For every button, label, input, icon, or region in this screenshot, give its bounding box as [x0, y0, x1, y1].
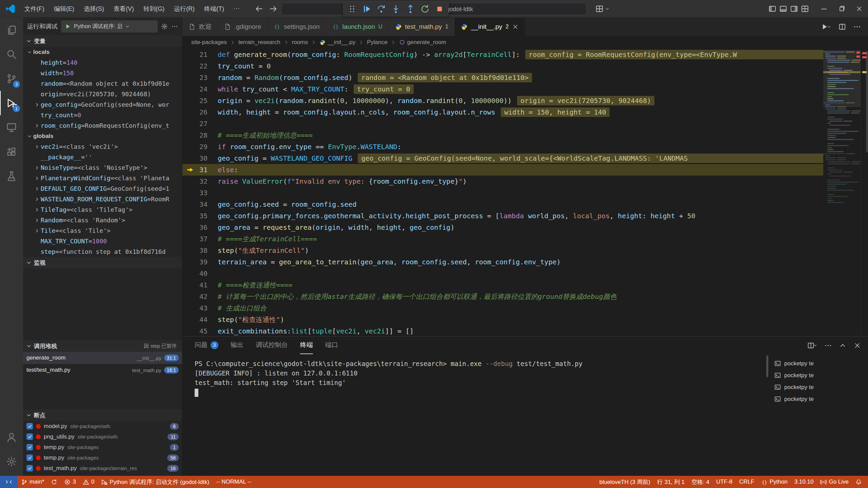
menu-item[interactable]: 文件(F): [20, 3, 48, 15]
panel-tab-终端[interactable]: 终端: [300, 337, 313, 354]
code-line-38[interactable]: 38 step("生成TerrainCell"): [182, 245, 868, 256]
terminal-instance[interactable]: pocketpy te: [770, 393, 868, 405]
code-editor[interactable]: 21def generate_room(room_config: RoomReq…: [182, 49, 868, 336]
variable-row[interactable]: step = <function step at 0x1bf8d716d: [23, 246, 182, 257]
variable-row[interactable]: PlanetaryWindConfig = <class 'Planeta: [23, 173, 182, 183]
breakpoint-checkbox[interactable]: [26, 444, 33, 450]
twistie[interactable]: [33, 102, 41, 107]
status-vim-mode[interactable]: -- NORMAL --: [213, 476, 255, 488]
tab-__init__.py[interactable]: __init__.py2: [455, 18, 525, 36]
tab-test_math.py[interactable]: test_math.py1: [389, 18, 455, 36]
status-python-version[interactable]: 3.10.10: [791, 476, 817, 488]
breakpoint-checkbox[interactable]: [26, 433, 33, 440]
gutter[interactable]: 23: [182, 72, 218, 83]
breadcrumb-item[interactable]: rooms: [292, 39, 308, 46]
gutter[interactable]: 29: [182, 141, 218, 152]
customize-layout-icon[interactable]: [801, 5, 809, 13]
breakpoint-row[interactable]: test_math.pysite-packages\terrain_res16: [23, 463, 182, 473]
gutter[interactable]: 45: [182, 325, 218, 336]
code-line-44[interactable]: 44 step("检查连通性"): [182, 314, 868, 325]
code-line-31[interactable]: 31 else:: [182, 164, 868, 176]
status-debug-session[interactable]: Python 调试程序: 启动文件 (godot-ldtk): [98, 476, 213, 488]
toggle-secondary-sidebar-icon[interactable]: [790, 5, 798, 13]
gutter[interactable]: 27: [182, 118, 218, 129]
activity-run-and-debug[interactable]: 1: [0, 91, 23, 115]
step-into-button[interactable]: [391, 4, 400, 14]
panel-tab-输出[interactable]: 输出: [231, 337, 243, 354]
activity-manage[interactable]: [0, 449, 23, 474]
gutter[interactable]: 40: [182, 268, 218, 279]
variable-row[interactable]: geo_config = GeoConfig(seed=None, wor: [23, 99, 182, 110]
variable-row[interactable]: vec2i = <class 'vec2i'>: [23, 141, 182, 152]
gutter[interactable]: 26: [182, 106, 218, 118]
breakpoints-section-header[interactable]: 断点: [23, 409, 182, 421]
code-line-45[interactable]: 45 exit_combinations:list[tuple[vec2i, v…: [182, 325, 868, 336]
status-indentation[interactable]: 空格: 4: [688, 476, 713, 488]
code-line-36[interactable]: 36 geo_area = request_area(origin, width…: [182, 222, 868, 233]
gutter[interactable]: 33: [182, 187, 218, 199]
variables-section-header[interactable]: 变量: [23, 35, 182, 47]
restore-button[interactable]: [833, 0, 850, 17]
gutter[interactable]: 24: [182, 83, 218, 95]
variable-row[interactable]: locals: [23, 47, 182, 57]
variable-row[interactable]: MAX_TRY_COUNT = 1000: [23, 236, 182, 246]
back-icon[interactable]: [255, 5, 263, 13]
code-line-24[interactable]: 24 while try_count < MAX_TRY_COUNT:try_c…: [182, 83, 868, 95]
status-sync[interactable]: [47, 476, 61, 488]
breadcrumb-item[interactable]: terrain_research: [238, 39, 280, 46]
code-line-22[interactable]: 22 try_count = 0: [182, 60, 868, 72]
code-line-39[interactable]: 39 terrain_area = geo_area_to_terrain(ge…: [182, 256, 868, 268]
gutter[interactable]: 37: [182, 233, 218, 245]
multi-window-control[interactable]: [595, 5, 610, 13]
forward-icon[interactable]: [269, 5, 277, 13]
code-line-43[interactable]: 43 # 生成出口组合: [182, 302, 868, 314]
debug-config-select[interactable]: Python 调试程序: 启: [61, 20, 158, 33]
code-line-21[interactable]: 21def generate_room(room_config: RoomReq…: [182, 49, 868, 60]
breakpoint-row[interactable]: temp.pysite-packages1: [23, 442, 182, 452]
continue-button[interactable]: [362, 4, 371, 14]
status-git-branch[interactable]: main*: [18, 476, 47, 488]
menu-item[interactable]: 终端(T): [200, 3, 228, 15]
step-over-button[interactable]: [377, 4, 386, 14]
gutter[interactable]: 39: [182, 256, 218, 268]
gutter[interactable]: 34: [182, 199, 218, 210]
twistie[interactable]: [33, 186, 41, 191]
variable-row[interactable]: try_count = 0: [23, 110, 182, 120]
terminal-instance[interactable]: pocketpy te: [770, 381, 868, 393]
status-errors[interactable]: 3: [61, 476, 79, 488]
panel-tab-调试控制台[interactable]: 调试控制台: [256, 337, 288, 354]
status-language-mode[interactable]: {}Python: [758, 476, 791, 488]
code-line-28[interactable]: 28 # ====生成初始地理信息====: [182, 129, 868, 141]
activity-accounts[interactable]: [0, 425, 23, 449]
breakpoint-checkbox[interactable]: [26, 465, 33, 471]
activity-extensions[interactable]: [0, 140, 23, 164]
terminal-scrollbar[interactable]: [765, 354, 770, 476]
twistie[interactable]: [33, 123, 41, 128]
toggle-sidebar-icon[interactable]: [768, 5, 776, 13]
step-out-button[interactable]: [406, 4, 415, 14]
variable-row[interactable]: Random = <class 'Random'>: [23, 215, 182, 225]
twistie[interactable]: [33, 197, 41, 202]
variable-row[interactable]: WASTELAND_ROOM_REQUEST_CONFIG = RoomR: [23, 194, 182, 204]
status-eol[interactable]: CRLF: [736, 476, 757, 488]
restart-button[interactable]: [420, 4, 430, 14]
status-warnings[interactable]: 0: [79, 476, 98, 488]
menu-item[interactable]: 转到(G): [139, 3, 169, 15]
activity-remote-explorer[interactable]: [0, 115, 23, 140]
terminal-instance[interactable]: pocketpy te: [770, 358, 868, 369]
gutter[interactable]: 43: [182, 302, 218, 314]
stack-frame[interactable]: generate_room__init__.py31:1: [23, 352, 182, 364]
minimap[interactable]: [823, 49, 868, 336]
gutter[interactable]: 41: [182, 279, 218, 291]
watch-section-header[interactable]: 监视: [23, 257, 182, 268]
code-line-29[interactable]: 29 if room_config.env_type == EnvType.WA…: [182, 141, 868, 152]
menu-item[interactable]: 运行(R): [170, 3, 199, 15]
activity-source-control[interactable]: 3: [0, 66, 23, 91]
panel-tab-端口[interactable]: 端口: [325, 337, 338, 354]
panel-tab-问题[interactable]: 问题3: [195, 337, 218, 354]
code-line-35[interactable]: 35 geo_config.primary_forces.geothermal_…: [182, 210, 868, 222]
activity-testing[interactable]: [0, 164, 23, 188]
code-line-32[interactable]: 32 raise ValueError(f"Invalid env type: …: [182, 176, 868, 187]
breakpoint-checkbox[interactable]: [26, 423, 33, 429]
twistie[interactable]: [33, 228, 41, 233]
